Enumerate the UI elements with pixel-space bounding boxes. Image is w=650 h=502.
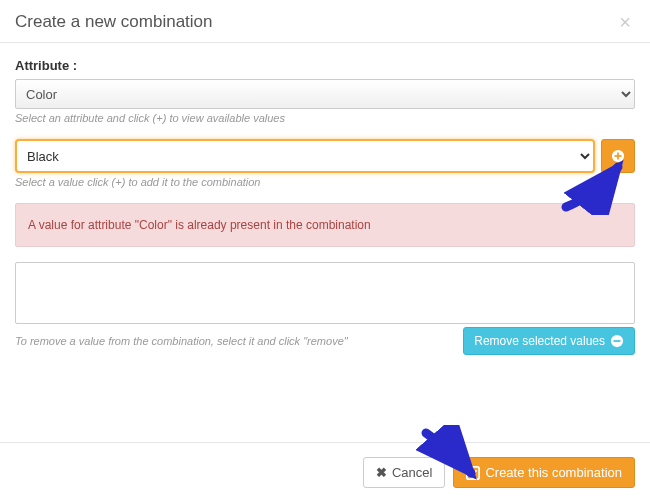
cancel-label: Cancel [392, 465, 432, 480]
close-button[interactable]: × [615, 12, 635, 32]
cancel-button[interactable]: ✖ Cancel [363, 457, 445, 488]
modal-title: Create a new combination [15, 12, 213, 32]
svg-rect-4 [614, 340, 621, 342]
remove-row: To remove a value from the combination, … [15, 327, 635, 355]
check-square-icon [466, 466, 480, 480]
create-combination-button[interactable]: Create this combination [453, 457, 635, 488]
remove-hint: To remove a value from the combination, … [15, 335, 453, 347]
remove-selected-button[interactable]: Remove selected values [463, 327, 635, 355]
value-hint: Select a value click (+) to add it to th… [15, 176, 635, 188]
create-label: Create this combination [485, 465, 622, 480]
remove-selected-label: Remove selected values [474, 334, 605, 348]
modal-footer: ✖ Cancel Create this combination [0, 442, 650, 502]
attribute-select[interactable]: Color [15, 79, 635, 109]
modal-body: Attribute : Color Select an attribute an… [0, 43, 650, 370]
modal-header: Create a new combination × [0, 0, 650, 43]
svg-rect-2 [615, 155, 622, 157]
value-row: Black [15, 139, 635, 173]
plus-circle-icon [611, 149, 625, 163]
value-select[interactable]: Black [17, 141, 593, 171]
add-value-button[interactable] [601, 139, 635, 173]
minus-circle-icon [610, 334, 624, 348]
x-icon: ✖ [376, 466, 387, 479]
close-icon: × [619, 11, 631, 33]
combination-values-list[interactable] [15, 262, 635, 324]
error-alert: A value for attribute "Color" is already… [15, 203, 635, 247]
value-select-wrap: Black [15, 139, 595, 173]
error-message: A value for attribute "Color" is already… [28, 218, 371, 232]
attribute-hint: Select an attribute and click (+) to vie… [15, 112, 635, 124]
attribute-label: Attribute : [15, 58, 635, 73]
